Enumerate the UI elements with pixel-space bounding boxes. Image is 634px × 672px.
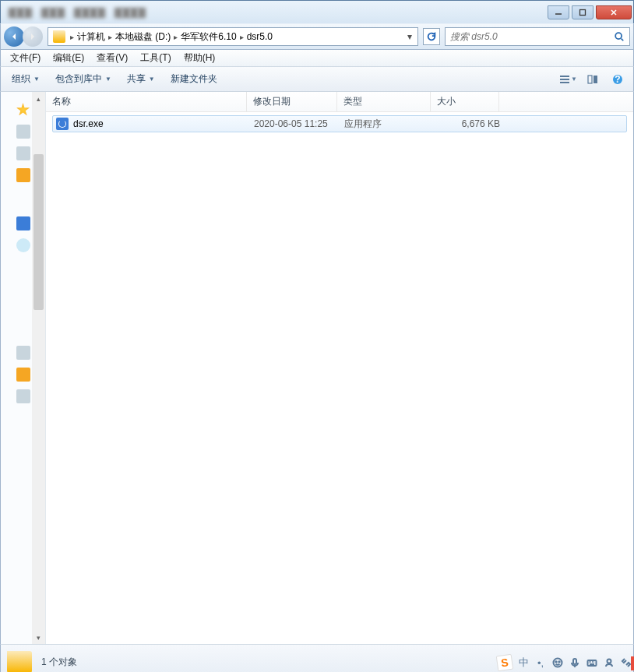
file-list-pane: 名称 修改日期 类型 大小 dsr.exe 2020-06-05 11:25 应… [46, 92, 633, 644]
menu-file[interactable]: 文件(F) [4, 51, 47, 65]
breadcrumb-item[interactable]: ▸本地磁盘 (D:) [107, 30, 172, 44]
scroll-down-arrow[interactable]: ▾ [32, 631, 45, 644]
address-dropdown[interactable]: ▾ [403, 31, 416, 42]
svg-rect-4 [560, 82, 569, 83]
exe-icon [56, 118, 69, 130]
navigation-pane[interactable]: ▴ ▾ [1, 92, 46, 644]
close-button[interactable] [596, 5, 632, 19]
sidebar-item[interactable] [16, 146, 30, 160]
favorites-icon[interactable] [16, 103, 30, 117]
file-size: 6,676 KB [438, 118, 500, 129]
minimize-button[interactable] [548, 5, 569, 19]
menu-bar: 文件(F) 编辑(E) 查看(V) 工具(T) 帮助(H) [0, 50, 634, 67]
address-bar[interactable]: ▸计算机 ▸本地磁盘 (D:) ▸华军软件6.10 ▸dsr5.0 ▾ [48, 27, 418, 46]
folder-icon [53, 30, 65, 43]
ime-tray: S 中 •, [497, 655, 632, 670]
ime-user-icon[interactable] [603, 656, 615, 669]
organize-button[interactable]: 组织▼ [5, 70, 46, 88]
file-row[interactable]: dsr.exe 2020-06-05 11:25 应用程序 6,676 KB [52, 115, 627, 132]
breadcrumb-item[interactable]: ▸计算机 [69, 30, 107, 44]
ime-mic-icon[interactable] [569, 656, 581, 669]
svg-point-11 [558, 661, 559, 662]
scroll-thumb[interactable] [33, 154, 44, 310]
computer-icon[interactable] [16, 216, 30, 230]
menu-tools[interactable]: 工具(T) [134, 51, 177, 65]
title-blur: ▇▇▇ [41, 6, 65, 18]
include-library-button[interactable]: 包含到库中▼ [49, 70, 118, 88]
file-date: 2020-06-05 11:25 [254, 118, 344, 129]
column-size[interactable]: 大小 [431, 92, 499, 111]
search-icon[interactable] [614, 31, 625, 42]
sidebar-item[interactable] [16, 346, 30, 360]
search-box[interactable] [445, 27, 630, 46]
main-content: ▴ ▾ 名称 修改日期 类型 大小 dsr.exe 2020-06-05 11:… [0, 92, 634, 644]
svg-point-1 [615, 33, 622, 39]
sidebar-item[interactable] [16, 368, 30, 382]
sidebar-item[interactable] [16, 168, 30, 182]
folder-icon [7, 651, 32, 672]
command-bar: 组织▼ 包含到库中▼ 共享▼ 新建文件夹 ▼ ? [0, 67, 634, 92]
maximize-button[interactable] [572, 5, 593, 19]
title-blur: ▇▇▇▇ [114, 6, 146, 18]
svg-point-14 [608, 660, 611, 663]
scroll-up-arrow[interactable]: ▴ [32, 92, 45, 105]
svg-rect-0 [580, 9, 586, 15]
svg-rect-12 [573, 659, 576, 664]
preview-pane-button[interactable] [582, 71, 604, 88]
navigation-bar: ▸计算机 ▸本地磁盘 (D:) ▸华军软件6.10 ▸dsr5.0 ▾ [0, 23, 634, 50]
cloud-icon[interactable] [16, 238, 30, 252]
ime-logo-icon[interactable]: S [496, 654, 514, 672]
ime-emoji-icon[interactable] [551, 656, 564, 669]
window-titlebar: ▇▇▇ ▇▇▇ ▇▇▇▇ ▇▇▇▇ [0, 0, 634, 23]
file-type: 应用程序 [344, 118, 438, 131]
svg-point-9 [554, 659, 562, 667]
title-blur: ▇▇▇ [9, 6, 32, 18]
column-date[interactable]: 修改日期 [247, 92, 337, 111]
column-headers: 名称 修改日期 类型 大小 [46, 92, 633, 112]
status-text: 1 个对象 [41, 656, 77, 669]
breadcrumb-item[interactable]: ▸华军软件6.10 [172, 30, 238, 44]
forward-button[interactable] [23, 26, 43, 47]
file-name: dsr.exe [73, 118, 254, 129]
ime-keyboard-icon[interactable] [586, 656, 598, 669]
svg-rect-3 [560, 79, 569, 80]
svg-point-10 [555, 661, 556, 662]
sidebar-item[interactable] [16, 125, 30, 139]
new-folder-button[interactable]: 新建文件夹 [164, 70, 224, 88]
help-button[interactable]: ? [607, 71, 629, 88]
tray-edge [631, 656, 634, 670]
menu-help[interactable]: 帮助(H) [178, 51, 222, 65]
column-name[interactable]: 名称 [46, 92, 247, 111]
refresh-button[interactable] [423, 28, 440, 45]
ime-punct-icon[interactable]: •, [534, 656, 547, 669]
svg-rect-5 [588, 76, 592, 83]
back-button[interactable] [4, 26, 24, 47]
share-button[interactable]: 共享▼ [121, 70, 161, 88]
svg-text:?: ? [615, 74, 620, 85]
ime-lang-button[interactable]: 中 [517, 656, 530, 669]
breadcrumb-item[interactable]: ▸dsr5.0 [238, 31, 274, 42]
column-type[interactable]: 类型 [337, 92, 431, 111]
svg-rect-6 [593, 76, 597, 83]
menu-edit[interactable]: 编辑(E) [47, 51, 90, 65]
title-blur: ▇▇▇▇ [74, 6, 105, 18]
file-list[interactable]: dsr.exe 2020-06-05 11:25 应用程序 6,676 KB [46, 112, 633, 644]
menu-view[interactable]: 查看(V) [90, 51, 134, 65]
view-options-button[interactable]: ▼ [557, 71, 579, 88]
search-input[interactable] [450, 31, 614, 42]
sidebar-item[interactable] [16, 389, 30, 403]
svg-rect-2 [560, 76, 569, 77]
sidebar-scrollbar[interactable]: ▴ ▾ [32, 92, 45, 644]
